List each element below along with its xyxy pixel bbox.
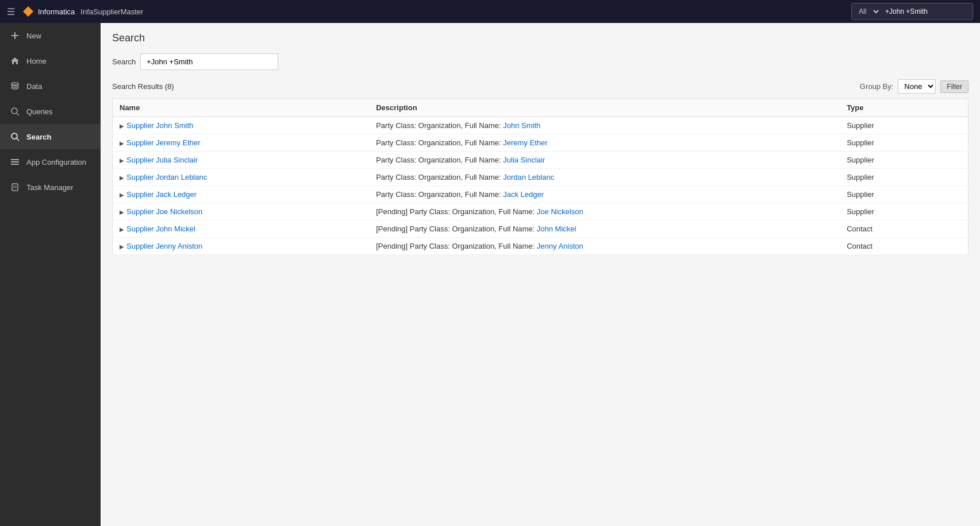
brand: Informatica InfaSupplierMaster bbox=[22, 5, 143, 18]
svg-rect-10 bbox=[11, 161, 19, 163]
topnav-search-group: All bbox=[851, 3, 973, 20]
row-name-link[interactable]: Supplier John Mickel bbox=[126, 225, 195, 233]
sidebar-item-task-manager[interactable]: Task Manager bbox=[0, 175, 101, 200]
table-header-row: Name Description Type bbox=[113, 99, 969, 117]
table-row: ▶Supplier John Mickel[Pending] Party Cla… bbox=[113, 221, 969, 238]
scope-select[interactable]: All bbox=[852, 3, 881, 20]
row-name-link[interactable]: Supplier Jenny Aniston bbox=[126, 242, 202, 250]
row-expander[interactable]: ▶ bbox=[120, 157, 124, 164]
row-expander[interactable]: ▶ bbox=[120, 175, 124, 181]
row-type: Supplier bbox=[840, 117, 968, 134]
svg-rect-9 bbox=[11, 159, 19, 160]
sidebar-label-search: Search bbox=[26, 133, 51, 141]
row-desc-link[interactable]: Jordan Leblanc bbox=[503, 173, 554, 181]
app-name: InfaSupplierMaster bbox=[80, 7, 143, 16]
search-icon bbox=[9, 131, 21, 142]
sidebar-item-data[interactable]: Data bbox=[0, 74, 101, 99]
row-type: Supplier bbox=[840, 169, 968, 186]
layout: New Home Data Queries Search bbox=[0, 23, 980, 526]
sidebar: New Home Data Queries Search bbox=[0, 23, 101, 526]
svg-line-8 bbox=[17, 138, 19, 141]
row-expander[interactable]: ▶ bbox=[120, 123, 124, 129]
row-name-link[interactable]: Supplier Jordan Leblanc bbox=[126, 173, 207, 181]
data-icon bbox=[9, 80, 21, 92]
row-desc-link[interactable]: Jack Ledger bbox=[503, 190, 544, 199]
sidebar-item-app-config[interactable]: App Configuration bbox=[0, 149, 101, 175]
hamburger-menu[interactable]: ☰ bbox=[7, 6, 15, 17]
col-header-type: Type bbox=[840, 99, 968, 117]
brand-name: Informatica bbox=[38, 7, 75, 16]
svg-rect-12 bbox=[12, 184, 18, 191]
filter-button[interactable]: Filter bbox=[940, 80, 969, 93]
svg-marker-0 bbox=[23, 6, 33, 17]
row-desc-link[interactable]: Jeremy Ether bbox=[503, 138, 547, 147]
col-header-description: Description bbox=[369, 99, 840, 117]
informatica-logo bbox=[22, 5, 34, 18]
results-count: Search Results (8) bbox=[112, 82, 174, 91]
row-name-link[interactable]: Supplier Joe Nickelson bbox=[126, 207, 202, 216]
row-desc-link[interactable]: John Mickel bbox=[537, 225, 577, 233]
row-name-link[interactable]: Supplier Julia Sinclair bbox=[126, 156, 198, 164]
topnav-search-input[interactable] bbox=[881, 3, 973, 20]
row-expander[interactable]: ▶ bbox=[120, 209, 124, 215]
svg-point-7 bbox=[11, 133, 17, 139]
plus-icon bbox=[9, 30, 21, 41]
groupby-select[interactable]: None Type bbox=[898, 79, 936, 94]
sidebar-label-app-config: App Configuration bbox=[26, 158, 86, 167]
config-icon bbox=[9, 156, 21, 168]
home-icon bbox=[9, 55, 21, 67]
row-type: Supplier bbox=[840, 186, 968, 203]
row-expander[interactable]: ▶ bbox=[120, 140, 124, 146]
svg-rect-2 bbox=[11, 35, 18, 36]
search-field-label: Search bbox=[112, 57, 136, 66]
row-name-link[interactable]: Supplier Jack Ledger bbox=[126, 190, 197, 199]
search-bar-row: Search bbox=[112, 53, 969, 70]
row-type: Supplier bbox=[840, 152, 968, 169]
svg-point-4 bbox=[11, 83, 18, 85]
svg-line-6 bbox=[17, 113, 19, 115]
svg-point-5 bbox=[11, 108, 17, 114]
top-navigation: ☰ Informatica InfaSupplierMaster All bbox=[0, 0, 980, 23]
table-row: ▶Supplier John SmithParty Class: Organiz… bbox=[113, 117, 969, 134]
sidebar-item-home[interactable]: Home bbox=[0, 48, 101, 74]
table-row: ▶Supplier Julia SinclairParty Class: Org… bbox=[113, 152, 969, 169]
queries-icon bbox=[9, 106, 21, 117]
groupby-row: Group By: None Type Filter bbox=[860, 79, 969, 94]
row-type: Contact bbox=[840, 221, 968, 238]
task-icon bbox=[9, 181, 21, 193]
sidebar-item-new[interactable]: New bbox=[0, 23, 101, 48]
row-desc-link[interactable]: Julia Sinclair bbox=[503, 156, 545, 164]
groupby-label: Group By: bbox=[860, 82, 894, 91]
row-desc-link[interactable]: Jenny Aniston bbox=[537, 242, 583, 250]
table-row: ▶Supplier Jenny Aniston[Pending] Party C… bbox=[113, 238, 969, 255]
row-expander[interactable]: ▶ bbox=[120, 192, 124, 198]
page-title: Search bbox=[112, 32, 969, 44]
svg-rect-11 bbox=[11, 164, 19, 165]
results-header: Search Results (8) Group By: None Type F… bbox=[112, 79, 969, 94]
sidebar-label-data: Data bbox=[26, 82, 42, 91]
sidebar-item-search[interactable]: Search bbox=[0, 124, 101, 149]
row-expander[interactable]: ▶ bbox=[120, 226, 124, 233]
table-row: ▶Supplier Jordan LeblancParty Class: Org… bbox=[113, 169, 969, 186]
row-name-link[interactable]: Supplier John Smith bbox=[126, 121, 193, 130]
row-type: Contact bbox=[840, 238, 968, 255]
table-row: ▶Supplier Jeremy EtherParty Class: Organ… bbox=[113, 134, 969, 152]
sidebar-label-new: New bbox=[26, 32, 41, 40]
sidebar-label-task-manager: Task Manager bbox=[26, 183, 74, 192]
sidebar-item-queries[interactable]: Queries bbox=[0, 99, 101, 124]
table-row: ▶Supplier Jack LedgerParty Class: Organi… bbox=[113, 186, 969, 203]
row-name-link[interactable]: Supplier Jeremy Ether bbox=[126, 138, 201, 147]
row-desc-link[interactable]: John Smith bbox=[503, 121, 540, 130]
row-expander[interactable]: ▶ bbox=[120, 243, 124, 250]
row-desc-link[interactable]: Joe Nickelson bbox=[537, 207, 583, 216]
main-content: Search Search Search Results (8) Group B… bbox=[101, 23, 980, 526]
results-table: Name Description Type ▶Supplier John Smi… bbox=[112, 98, 969, 255]
row-type: Supplier bbox=[840, 203, 968, 221]
search-field[interactable] bbox=[140, 53, 278, 70]
sidebar-label-home: Home bbox=[26, 57, 47, 65]
topnav-right: All bbox=[851, 3, 973, 20]
sidebar-label-queries: Queries bbox=[26, 107, 53, 116]
row-type: Supplier bbox=[840, 134, 968, 152]
svg-marker-3 bbox=[11, 57, 19, 64]
col-header-name: Name bbox=[113, 99, 370, 117]
